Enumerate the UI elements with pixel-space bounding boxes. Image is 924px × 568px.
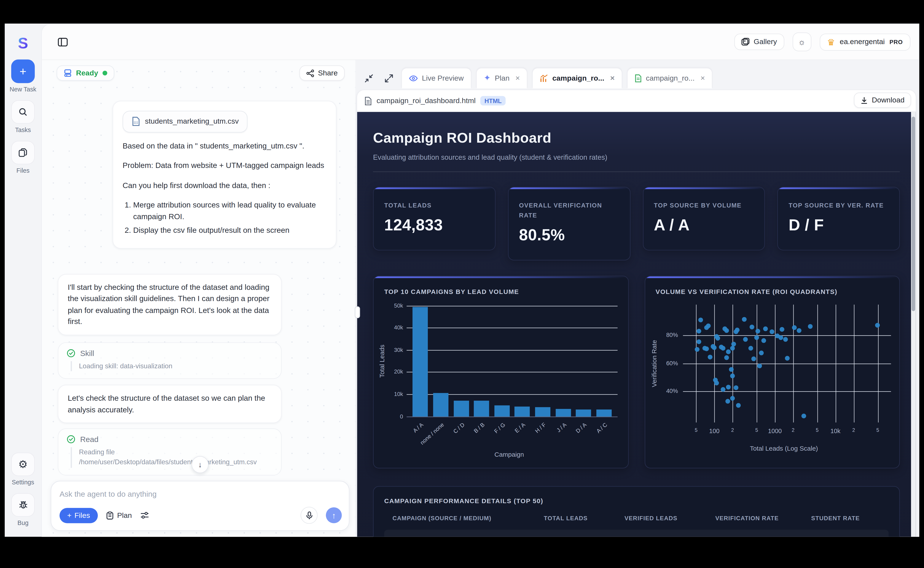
bar[interactable] [453,400,469,416]
share-label: Share [318,69,338,77]
collapse-panel-icon[interactable] [361,71,377,86]
sparkle-icon: ✦ [484,74,491,83]
tab-campaign-ro-[interactable]: campaign_ro...× [532,68,622,88]
bar[interactable] [494,405,510,416]
axis-tick-label: 50k [379,302,403,308]
x-tick-label: A / C [567,421,608,459]
x-tick-label: D / A [547,421,588,459]
data-point [721,346,726,350]
sidebar-item-label: Settings [12,479,34,486]
screen: S +New TaskTasksFiles ⚙SettingsBug Galle… [0,0,924,568]
bar[interactable] [535,407,550,416]
table-row[interactable]: A / A493704310787.3%79.9% [384,530,889,537]
preview-scrollbar[interactable] [911,112,916,537]
sidebar-item-settings[interactable]: ⚙Settings [11,453,35,486]
sidebar-item-bug[interactable]: Bug [11,493,35,526]
bar[interactable] [515,407,530,416]
bar[interactable] [596,410,611,417]
sidebar-item-tasks[interactable]: Tasks [10,100,36,133]
chat-messages[interactable]: students_marketing_utm.csvBased on the d… [42,88,355,480]
close-icon[interactable]: × [701,74,705,83]
kpi-card: TOP SOURCE BY VOLUMEA / A [643,187,765,250]
gear-icon[interactable]: ⚙ [11,453,35,476]
app-window: S +New TaskTasksFiles ⚙SettingsBug Galle… [5,24,919,537]
kpi-value: 124,833 [384,216,484,234]
gallery-button[interactable]: Gallery [734,33,784,50]
scrollbar-thumb[interactable] [912,117,915,311]
message-list-item: Merge attribution sources with lead qual… [133,199,326,222]
share-button[interactable]: Share [299,65,345,81]
bar[interactable] [576,409,591,416]
bar[interactable] [413,307,428,416]
data-point [730,396,735,400]
data-point [695,347,699,352]
sidebar-toggle-icon[interactable] [55,34,70,50]
x-tick-label: A / A [383,421,424,459]
data-point [875,323,880,328]
account-name: ea.energentai [840,38,885,46]
message-text: I'll start by checking the structure of … [68,281,272,328]
bar[interactable] [433,393,448,417]
preview-card: campaign_roi_dashboard.html HTML Downloa… [357,90,916,537]
tab-plan[interactable]: ✦Plan× [476,68,527,88]
mic-button[interactable] [300,507,318,524]
axis-tick-label: 2 [782,427,804,433]
axis-tick-label: 10k [379,391,403,397]
chat-panel: Ready Share students_marketing_utm.csvBa… [42,60,355,537]
plus-icon[interactable]: + [11,59,35,83]
scatter-chart-card: VOLUME VS VERIFICATION RATE (ROI QUADRAN… [645,276,900,468]
bar[interactable] [474,401,489,416]
plan-button[interactable]: Plan [106,511,132,520]
gallery-icon [741,38,749,46]
gridline [682,335,891,336]
divider [373,171,900,172]
message-text: Can you help first download the data, th… [122,180,326,191]
status-badge[interactable]: Ready [57,65,114,81]
sidebar-item-files[interactable]: Files [10,141,36,174]
bar-chart-title: TOP 10 CAMPAIGNS BY LEAD VOLUME [384,288,519,295]
sidebar-item-new-task[interactable]: +New Task [10,59,36,92]
close-icon[interactable]: × [515,74,520,83]
data-point [785,356,790,361]
status-dot [102,71,107,76]
data-point [808,325,812,329]
account-chip[interactable]: ♛ ea.energentai PRO [820,33,910,50]
table-title: CAMPAIGN PERFORMANCE DETAILS (TOP 50) [384,497,889,504]
data-point [783,337,788,341]
add-files-button[interactable]: +Files [59,508,97,523]
gridline [407,306,618,306]
data-point [755,329,760,334]
kpi-label: TOP SOURCE BY VOLUME [654,200,754,210]
scroll-to-bottom-button[interactable]: ↓ [192,456,208,473]
top-bar: Gallery ☼ ♛ ea.energentai PRO [42,24,919,60]
tool-title: Skill [80,349,94,358]
tool-card-skill[interactable]: SkillLoading skill: data-visualization [58,342,282,379]
download-icon [861,97,868,104]
kpi-value: D / F [788,216,889,234]
copy-icon[interactable] [11,141,35,165]
theme-toggle-button[interactable]: ☼ [793,32,811,51]
data-point [716,336,720,341]
search-icon[interactable] [11,100,35,124]
x-axis-label: Campaign [494,450,524,458]
expand-panel-icon[interactable] [381,71,397,86]
gridline [682,363,891,364]
download-button[interactable]: Download [854,92,911,108]
preview-tabs: Live Preview✦Plan×campaign_ro...×campaig… [361,68,713,88]
tool-card-read[interactable]: ReadReading file /home/user/Desktop/data… [58,428,282,475]
tab-live-preview[interactable]: Live Preview [401,68,471,88]
workflow-settings-icon[interactable] [140,511,149,519]
panel-resize-handle[interactable] [355,307,360,318]
bar[interactable] [556,409,571,416]
send-button[interactable]: ↑ [326,507,342,523]
data-point [736,403,741,408]
close-icon[interactable]: × [610,74,615,83]
tab-campaign-ro-[interactable]: campaign_ro...× [627,68,713,88]
chat-input[interactable]: Ask the agent to do anything +Files Plan… [51,481,350,531]
file-bar: campaign_roi_dashboard.html HTML Downloa… [357,90,916,112]
data-point [754,335,759,340]
gridline [407,328,618,328]
file-attachment-chip[interactable]: students_marketing_utm.csv [122,111,248,133]
bug-icon[interactable] [11,493,35,517]
axis-tick-label: 5 [867,427,888,433]
